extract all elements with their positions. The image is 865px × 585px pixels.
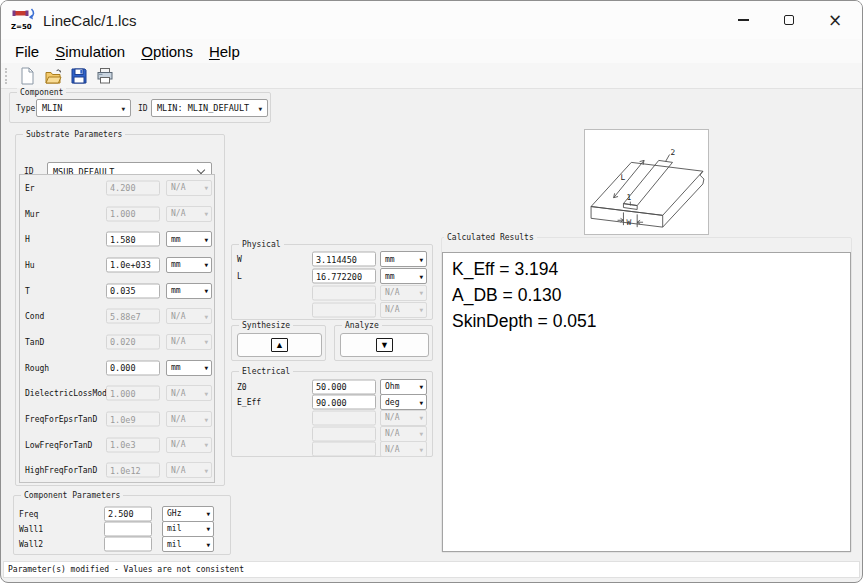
substrate-parameters-group: Substrate Parameters ID MSUB_DEFAULT Er …	[15, 134, 225, 486]
titlebar[interactable]: Z=50 LineCalc/1.lcs ×	[1, 1, 862, 39]
parameter-name: Hu	[25, 260, 35, 269]
chevron-down-icon: ▼	[204, 416, 208, 423]
unit-dropdown: N/A ▼	[166, 411, 212, 427]
electrical-group: Electrical Z0 Ohm ▼ E_Eff deg ▼	[231, 371, 433, 457]
parameter-name: Z0	[237, 382, 247, 391]
parameter-value-input[interactable]	[106, 360, 160, 375]
unit-value: Ohm	[385, 382, 399, 391]
icon-z50-text: Z=50	[11, 23, 32, 31]
unit-value: N/A	[385, 288, 399, 297]
new-file-button[interactable]	[15, 66, 39, 86]
parameter-value-input[interactable]	[312, 252, 376, 267]
chevron-down-icon: ▼	[204, 390, 208, 397]
chevron-down-icon: ▼	[419, 430, 423, 437]
parameter-value-input[interactable]	[104, 521, 152, 536]
parameter-value-input[interactable]	[312, 395, 376, 410]
component-id-combobox[interactable]: MLIN: MLIN_DEFAULT ▼	[151, 99, 268, 117]
port1-label: 1	[626, 193, 631, 202]
unit-dropdown: N/A ▼	[380, 302, 427, 318]
menu-file[interactable]: File	[7, 42, 47, 61]
electrical-group-label: Electrical	[239, 367, 293, 376]
parameter-row: T mm ▼	[20, 278, 214, 304]
synthesize-group: Synthesize ▲	[231, 325, 326, 361]
unit-dropdown[interactable]: mil ▼	[162, 521, 214, 537]
maximize-icon	[784, 15, 794, 25]
synthesize-group-label: Synthesize	[239, 321, 293, 330]
chevron-down-icon: ▼	[419, 414, 423, 421]
unit-value: N/A	[171, 389, 185, 398]
unit-value: mm	[385, 255, 395, 264]
unit-dropdown[interactable]: mm ▼	[166, 360, 212, 376]
unit-dropdown[interactable]: mm ▼	[166, 283, 212, 299]
chevron-down-icon: ▼	[419, 399, 423, 406]
parameter-row: E_Eff deg ▼	[232, 395, 434, 411]
save-file-button[interactable]	[67, 66, 91, 86]
menu-help[interactable]: Help	[201, 42, 248, 61]
parameter-value-input[interactable]	[312, 379, 376, 394]
unit-dropdown: N/A ▼	[166, 308, 212, 324]
chevron-down-icon: ▼	[204, 338, 208, 345]
parameter-row: H mm ▼	[20, 226, 214, 252]
unit-dropdown[interactable]: mm ▼	[380, 268, 427, 284]
port2-label: 2	[671, 148, 676, 157]
parameter-value-input[interactable]	[106, 257, 160, 272]
parameter-value-input[interactable]	[104, 537, 152, 552]
unit-value: N/A	[385, 413, 399, 422]
close-button[interactable]: ×	[812, 1, 858, 39]
physical-parameter-list: W mm ▼ L mm ▼	[232, 251, 434, 318]
chevron-down-icon: ▼	[419, 256, 423, 263]
parameter-value-input	[106, 334, 160, 349]
chevron-down-icon: ▼	[121, 105, 125, 112]
component-id-label: ID	[138, 104, 148, 113]
down-triangle-icon: ▼	[376, 338, 393, 352]
synthesize-button[interactable]: ▲	[237, 333, 322, 357]
length-label: L	[621, 173, 626, 182]
unit-dropdown[interactable]: Ohm ▼	[380, 379, 427, 395]
menu-simulation[interactable]: Simulation	[47, 42, 133, 61]
parameter-row: N/A ▼	[232, 441, 434, 457]
unit-dropdown: N/A ▼	[380, 285, 427, 301]
parameter-value-input	[106, 412, 160, 427]
parameter-value-input[interactable]	[106, 283, 160, 298]
unit-dropdown[interactable]: mm ▼	[166, 231, 212, 247]
unit-dropdown[interactable]: GHz ▼	[162, 506, 214, 522]
type-combobox[interactable]: MLIN ▼	[36, 99, 131, 117]
parameter-value-input	[312, 426, 376, 441]
print-button[interactable]	[93, 66, 117, 86]
analyze-button[interactable]: ▼	[340, 333, 429, 357]
unit-dropdown: N/A ▼	[166, 180, 212, 196]
parameter-name: DielectricLossModel	[25, 389, 117, 398]
unit-dropdown[interactable]: mm ▼	[166, 257, 212, 273]
new-file-icon	[18, 67, 36, 85]
unit-dropdown[interactable]: mil ▼	[162, 536, 214, 552]
component-parameter-list: Freq GHz ▼ Wall1 mil ▼ Wall2	[14, 506, 232, 552]
unit-value: mm	[171, 363, 181, 372]
chevron-down-icon: ▼	[204, 184, 208, 191]
chevron-down-icon: ▼	[419, 446, 423, 453]
chevron-down-icon: ▼	[204, 364, 208, 371]
component-parameters-group: Component Parameters Freq GHz ▼ Wall1 mi…	[13, 495, 231, 555]
width-label: W	[626, 218, 631, 227]
toolbar-drag-handle[interactable]	[5, 68, 7, 84]
parameter-value-input[interactable]	[104, 506, 152, 521]
maximize-button[interactable]	[766, 1, 812, 39]
unit-value: GHz	[167, 509, 181, 518]
parameter-value-input[interactable]	[106, 232, 160, 247]
analyze-group-label: Analyze	[342, 321, 382, 330]
unit-dropdown[interactable]: deg ▼	[380, 394, 427, 410]
chevron-down-icon: ▼	[419, 289, 423, 296]
parameter-value-input[interactable]	[312, 269, 376, 284]
menu-options[interactable]: Options	[133, 42, 201, 61]
status-text: Parameter(s) modified - Values are not c…	[8, 565, 244, 574]
minimize-button[interactable]	[720, 1, 766, 39]
parameter-row: N/A ▼	[232, 426, 434, 442]
chevron-down-icon: ▼	[204, 313, 208, 320]
chevron-down-icon: ▼	[419, 273, 423, 280]
open-file-button[interactable]	[41, 66, 65, 86]
unit-value: N/A	[171, 415, 185, 424]
unit-dropdown[interactable]: mm ▼	[380, 251, 427, 267]
substrate-parameter-list: Er N/A ▼ Mur N/A ▼ H	[19, 174, 215, 483]
parameter-name: FreqForEpsrTanD	[25, 415, 97, 424]
calculated-results-group: Calculated Results K_Eff = 3.194 A_DB = …	[441, 237, 852, 553]
parameter-row: Mur N/A ▼	[20, 201, 214, 227]
